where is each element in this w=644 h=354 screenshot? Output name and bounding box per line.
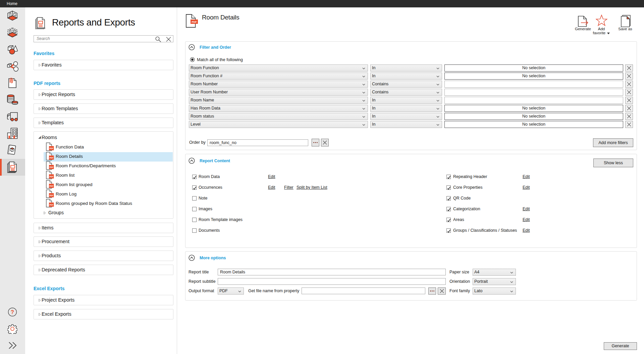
- svg-text:?: ?: [11, 309, 14, 315]
- svg-text:PDF: PDF: [49, 204, 53, 206]
- svg-text:PDF: PDF: [49, 157, 53, 159]
- svg-text:PDF: PDF: [49, 176, 53, 178]
- svg-text:PDF: PDF: [49, 194, 53, 196]
- svg-text:PDF: PDF: [49, 147, 53, 149]
- svg-text:PDF: PDF: [49, 166, 53, 168]
- svg-text:PDF: PDF: [192, 20, 197, 24]
- svg-text:PDF: PDF: [49, 185, 53, 187]
